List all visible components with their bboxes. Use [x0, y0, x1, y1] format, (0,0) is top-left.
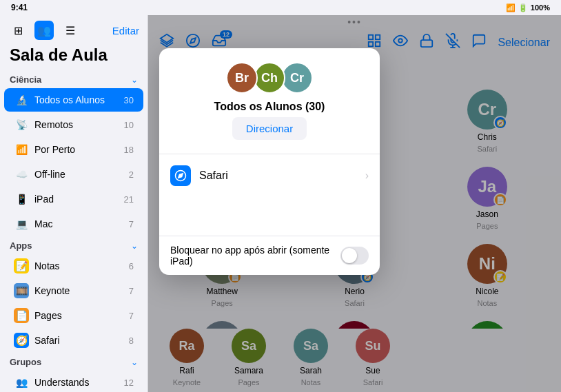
- main-content: •••: [148, 15, 561, 392]
- sidebar-item-por-perto[interactable]: 📶 Por Perto 18: [4, 138, 143, 161]
- apps-chevron-icon[interactable]: ⌄: [131, 241, 138, 251]
- notas-label: Notas: [34, 260, 129, 271]
- pages-label: Pages: [34, 310, 129, 321]
- svg-marker-13: [178, 174, 183, 178]
- modal-avatars: Br Ch Cr: [226, 62, 313, 94]
- safari-icon: 🧭: [14, 333, 29, 348]
- ipad-count: 21: [124, 194, 134, 205]
- sidebar-item-notas[interactable]: 📝 Notas 6: [4, 254, 143, 278]
- keynote-icon: 🎞️: [14, 283, 29, 298]
- edit-button[interactable]: Editar: [112, 25, 139, 37]
- status-indicators: 📶 🔋 100%: [506, 3, 550, 12]
- sidebar-item-offline[interactable]: ☁️ Off-line 2: [4, 163, 143, 186]
- sidebar-item-todos-alunos[interactable]: 🔬 Todos os Alunos 30: [4, 88, 143, 112]
- modal-lock-label: Bloquear no app após abrir (somente iPad…: [170, 245, 340, 267]
- section-ciencia-header: Ciência ⌄: [0, 70, 147, 87]
- mac-label: Mac: [34, 218, 129, 229]
- ipad-icon: 📱: [14, 192, 29, 207]
- sidebar-grid-icon[interactable]: ⊞: [8, 21, 28, 40]
- modal-dialog: Br Ch Cr Todos os Alunos (30) Direcionar: [159, 48, 380, 275]
- section-apps-header: Apps ⌄: [0, 236, 147, 254]
- chevron-down-icon[interactable]: ⌄: [131, 75, 138, 85]
- por-perto-icon: 📶: [14, 142, 29, 157]
- remotos-label: Remotos: [34, 119, 124, 130]
- sidebar-item-understands[interactable]: 👥 Understands 12: [4, 371, 143, 392]
- sidebar-item-ipad[interactable]: 📱 iPad 21: [4, 187, 143, 211]
- understands-label: Understands: [34, 377, 124, 388]
- modal-safari-icon: [170, 165, 191, 186]
- por-perto-count: 18: [124, 145, 134, 155]
- offline-label: Off-line: [34, 169, 129, 180]
- modal-chevron-icon: ›: [365, 169, 369, 182]
- modal-avatar-1: Br: [226, 62, 258, 94]
- notas-count: 6: [129, 261, 134, 271]
- understands-count: 12: [124, 378, 134, 388]
- modal-divider-1: [159, 154, 380, 154]
- notas-icon: 📝: [14, 258, 29, 274]
- section-apps-title: Apps: [10, 240, 32, 251]
- modal-avatar-3: Cr: [281, 62, 313, 94]
- sidebar-item-mac[interactable]: 💻 Mac 7: [4, 212, 143, 236]
- mac-count: 7: [129, 219, 134, 229]
- todos-alunos-count: 30: [124, 95, 134, 105]
- sidebar-header: ⊞ 👥 ☰ Editar: [0, 15, 147, 43]
- todos-alunos-icon: 🔬: [14, 92, 29, 107]
- sidebar-item-safari[interactable]: 🧭 Safari 8: [4, 329, 143, 352]
- lock-toggle[interactable]: [340, 247, 369, 265]
- por-perto-label: Por Perto: [34, 144, 124, 155]
- sidebar: ⊞ 👥 ☰ Editar Sala de Aula Ciência ⌄ 🔬 To…: [0, 15, 148, 392]
- sidebar-item-remotos[interactable]: 📡 Remotos 10: [4, 113, 143, 136]
- safari-count: 8: [129, 336, 134, 346]
- sidebar-list-icon[interactable]: ☰: [61, 21, 80, 40]
- sidebar-item-keynote[interactable]: 🎞️ Keynote 7: [4, 279, 143, 302]
- remotos-icon: 📡: [14, 117, 29, 132]
- sidebar-people-icon[interactable]: 👥: [34, 21, 54, 40]
- status-bar: 9:41 📶 🔋 100%: [0, 0, 561, 15]
- pages-icon: 📄: [14, 308, 29, 323]
- offline-count: 2: [129, 169, 134, 180]
- section-ciencia-title: Ciência: [10, 74, 41, 85]
- keynote-count: 7: [129, 286, 134, 296]
- section-grupos-header: Grupos ⌄: [0, 353, 147, 370]
- safari-label: Safari: [34, 335, 129, 346]
- battery-icon: 🔋: [518, 3, 528, 12]
- pages-count: 7: [129, 311, 134, 321]
- modal-avatar-2: Ch: [254, 62, 285, 94]
- modal-app-row[interactable]: Safari ›: [159, 157, 380, 194]
- sidebar-item-pages[interactable]: 📄 Pages 7: [4, 304, 143, 327]
- modal-top: Br Ch Cr Todos os Alunos (30) Direcionar: [159, 48, 380, 151]
- ipad-label: iPad: [34, 194, 124, 205]
- section-grupos-title: Grupos: [10, 357, 41, 367]
- remotos-count: 10: [124, 120, 134, 130]
- wifi-icon: 📶: [506, 3, 516, 12]
- modal-group-name: Todos os Alunos (30): [214, 101, 325, 113]
- mac-icon: 💻: [14, 216, 29, 231]
- grupos-chevron-icon[interactable]: ⌄: [131, 358, 138, 367]
- todos-alunos-label: Todos os Alunos: [34, 94, 124, 105]
- keynote-label: Keynote: [34, 285, 129, 296]
- modal-spacer: [159, 194, 380, 236]
- understands-icon: 👥: [14, 375, 29, 390]
- sidebar-view-icons: ⊞ 👥 ☰: [8, 21, 80, 40]
- modal-app-name: Safari: [199, 169, 357, 182]
- app-title: Sala de Aula: [0, 43, 147, 70]
- direcionar-button[interactable]: Direcionar: [232, 117, 307, 140]
- modal-bottom: Bloquear no app após abrir (somente iPad…: [159, 236, 380, 275]
- toggle-knob: [342, 248, 357, 263]
- status-time: 9:41: [11, 3, 28, 12]
- modal-overlay[interactable]: Br Ch Cr Todos os Alunos (30) Direcionar: [148, 15, 561, 392]
- app-container: ⊞ 👥 ☰ Editar Sala de Aula Ciência ⌄ 🔬 To…: [0, 15, 561, 392]
- battery-percent: 100%: [531, 3, 550, 12]
- offline-icon: ☁️: [14, 167, 29, 182]
